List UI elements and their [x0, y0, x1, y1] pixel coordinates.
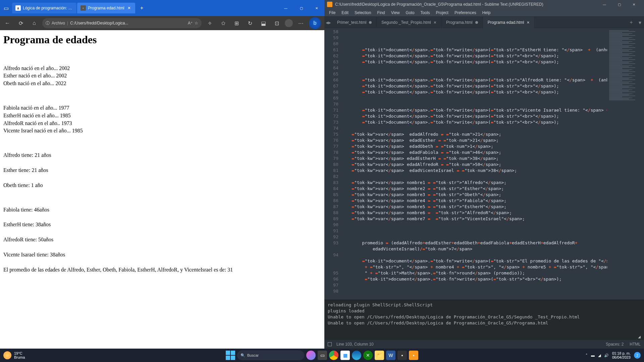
weather-temp: 19°C	[14, 351, 25, 355]
taskbar-center: 🔍 Buscar ▭ ▦ ✕ 📁 W ▪ ▪	[226, 350, 418, 360]
minimize-button[interactable]: —	[278, 3, 293, 13]
back-button[interactable]: ←	[2, 18, 13, 28]
cursor-position[interactable]: Line 103, Column 10	[336, 342, 374, 347]
menu-tools[interactable]: Tools	[418, 10, 433, 16]
dirty-indicator-icon	[475, 21, 478, 24]
task-view-icon[interactable]: ▭	[318, 351, 327, 360]
scroll-corner-icon[interactable]: ◢	[638, 334, 643, 339]
chrome-icon[interactable]	[329, 351, 338, 360]
new-tab-button[interactable]: +	[137, 3, 147, 13]
chat-icon[interactable]	[306, 351, 316, 360]
line-gutter: 5859606162636465666768697071727374757677…	[324, 28, 341, 300]
profile-icon[interactable]	[285, 19, 293, 27]
explorer-icon[interactable]: 📁	[375, 351, 384, 360]
text-line: AlfredoR tiene: 50años	[3, 236, 321, 243]
history-icon[interactable]: ↻	[245, 18, 255, 28]
menu-file[interactable]: File	[326, 10, 338, 16]
indentation-status[interactable]: Spaces: 2	[606, 342, 624, 347]
extensions-icon[interactable]: ✧	[204, 18, 215, 28]
search-box[interactable]: 🔍 Buscar	[237, 350, 304, 360]
console-line: reloading plugin ShellScript.ShellScript	[328, 302, 641, 308]
apps-icon[interactable]: ⊡	[271, 18, 282, 28]
notification-badge[interactable]: 2	[634, 352, 641, 359]
minimize-button[interactable]: —	[597, 0, 612, 8]
minimap[interactable]	[607, 28, 644, 300]
calendar-icon[interactable]: ▦	[340, 351, 350, 360]
weather-widget[interactable]: 19°C Bruma	[3, 351, 25, 359]
close-button[interactable]: ✕	[309, 3, 324, 13]
bing-button[interactable]: b	[309, 17, 321, 29]
tab-label: Segundo _Test_Propio.html	[381, 20, 431, 25]
window-controls: — ▢ ✕	[597, 0, 641, 8]
menu-edit[interactable]: Edit	[339, 10, 351, 16]
menu-help[interactable]: Help	[480, 10, 493, 16]
console-panel[interactable]: reloading plugin ShellScript.ShellScript…	[324, 300, 644, 340]
tray-overflow-icon[interactable]: ˄	[586, 353, 588, 358]
text-line: Obeth nació en el año... 2022	[3, 80, 321, 87]
info-icon: ⓘ	[46, 20, 50, 26]
file-tab[interactable]: Programa.html	[441, 17, 483, 28]
dirty-indicator-icon	[369, 21, 372, 24]
close-button[interactable]: ✕	[627, 0, 641, 8]
app-icon[interactable]: ▪	[397, 351, 407, 360]
word-icon[interactable]: W	[386, 351, 395, 360]
more-icon[interactable]: ⋯	[296, 18, 306, 28]
menu-selection[interactable]: Selection	[352, 10, 374, 16]
clock[interactable]: 01:18 p. m. 06/04/2023	[612, 351, 631, 359]
close-icon[interactable]: ×	[527, 20, 529, 25]
favorite-icon[interactable]: ☆	[195, 21, 198, 25]
battery-icon[interactable]: ▬	[591, 353, 595, 357]
tab-actions-icon[interactable]: ▭	[1, 3, 11, 13]
menu-goto[interactable]: Goto	[403, 10, 417, 16]
file-tab[interactable]: Segundo _Test_Propio.html ×	[377, 17, 441, 28]
status-bar: Line 103, Column 10 Spaces: 2 HTML	[324, 340, 644, 349]
favorites-icon[interactable]: ✩	[218, 18, 228, 28]
menu-find[interactable]: Find	[374, 10, 387, 16]
text-line: Esther tiene: 21 años	[3, 167, 321, 174]
downloads-icon[interactable]: ⬓	[258, 18, 269, 28]
tab-nav-left[interactable]: ◀▶	[324, 17, 332, 28]
edge-toolbar: ← ⟳ ⌂ ⓘ Archivo | C:/Users/fredd/Desktop…	[0, 16, 324, 30]
collections-icon[interactable]: ⊞	[231, 18, 242, 28]
tab-label: Programa.html	[446, 20, 473, 25]
text-line: EstherH nació en el año... 1985	[3, 112, 321, 119]
browser-tab-1[interactable]: a Lógica de programación: Primer	[12, 3, 76, 13]
maximize-button[interactable]: ▢	[612, 0, 627, 8]
text-line: Obeth tiene: 1 año	[3, 182, 321, 189]
menu-project[interactable]: Project	[433, 10, 451, 16]
xbox-icon[interactable]: ✕	[363, 351, 373, 360]
edge-icon[interactable]	[352, 351, 361, 360]
panel-switch-icon[interactable]	[328, 342, 332, 346]
console-line: Unable to open /C/Users/fredd/Desktop/Lo…	[328, 320, 641, 326]
tab-label: Programa edad.html	[88, 6, 124, 10]
address-bar[interactable]: ⓘ Archivo | C:/Users/fredd/Desktop/Logic…	[42, 18, 202, 28]
url-text: C:/Users/fredd/Desktop/Logica...	[70, 21, 128, 25]
code-editor[interactable]: ="tok-it">document</span>.="tok-fn">writ…	[341, 28, 607, 300]
menu-view[interactable]: View	[388, 10, 402, 16]
file-tab-active[interactable]: Programa edad.html ×	[483, 17, 535, 28]
menu-preferences[interactable]: Preferences	[452, 10, 479, 16]
edge-window: ▭ a Lógica de programación: Primer ▫ Pro…	[0, 0, 324, 349]
close-icon[interactable]: ×	[434, 20, 436, 25]
tab-bar: ◀▶ Primer_test.html Segundo _Test_Propio…	[324, 17, 644, 28]
syntax-status[interactable]: HTML	[630, 342, 641, 347]
start-button[interactable]	[226, 351, 235, 360]
file-tab[interactable]: Primer_test.html	[332, 17, 377, 28]
edge-titlebar: ▭ a Lógica de programación: Primer ▫ Pro…	[0, 0, 324, 16]
new-tab-button[interactable]: +	[627, 17, 636, 28]
close-icon[interactable]: ✕	[126, 5, 132, 11]
text-line: Fabiola nació en el año... 1977	[3, 105, 321, 112]
sublime-taskbar-icon[interactable]: ▪	[409, 351, 418, 360]
wifi-icon[interactable]: ◢	[598, 353, 601, 358]
browser-tab-2[interactable]: ▫ Programa edad.html ✕	[77, 3, 135, 13]
tab-menu-icon[interactable]: ▾	[636, 17, 644, 28]
text-line: Vicente Israel nació en el año... 1985	[3, 127, 321, 134]
maximize-button[interactable]: ▢	[293, 3, 309, 13]
home-button[interactable]: ⌂	[29, 18, 40, 28]
refresh-button[interactable]: ⟳	[15, 18, 26, 28]
volume-icon[interactable]: 🔊	[604, 353, 609, 358]
page-title: Programa de edades	[3, 33, 321, 47]
console-line: Unable to open /C/Users/fredd/Desktop/Lo…	[328, 314, 641, 320]
read-aloud-icon[interactable]: A⁺	[188, 21, 193, 25]
weather-desc: Bruma	[14, 355, 25, 359]
